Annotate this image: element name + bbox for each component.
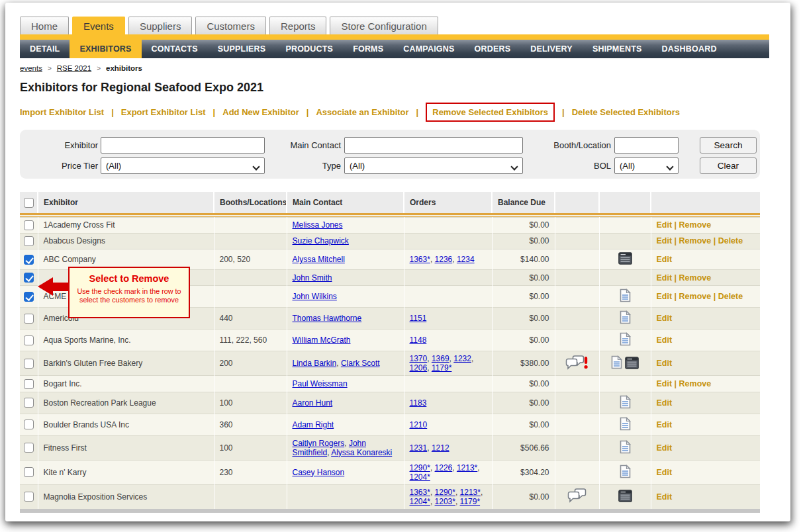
row-checkbox[interactable] [24, 359, 34, 369]
remove-row-action[interactable]: Remove [679, 273, 712, 283]
row-checkbox[interactable] [24, 220, 34, 230]
bol-select[interactable]: (All) [614, 157, 679, 174]
order-link[interactable]: 1203* [435, 497, 455, 506]
edit-row-action[interactable]: Edit [657, 398, 673, 408]
order-link[interactable]: 1363* [410, 255, 430, 264]
subnav-item-contacts[interactable]: CONTACTS [142, 40, 208, 58]
order-link[interactable]: 1204* [410, 497, 430, 506]
form-icon[interactable] [618, 495, 632, 504]
remove-row-action[interactable]: Remove [679, 236, 712, 245]
subnav-item-campaigns[interactable]: CAMPAIGNS [393, 40, 464, 58]
row-checkbox[interactable] [24, 314, 34, 324]
remove-row-action[interactable]: Remove [679, 379, 712, 388]
edit-row-action[interactable]: Edit [657, 468, 673, 477]
contact-link[interactable]: William McGrath [293, 335, 351, 345]
order-link[interactable]: 1183 [410, 398, 427, 408]
chat-icon[interactable] [567, 496, 587, 506]
subnav-item-exhibitors[interactable]: EXHIBITORS [70, 40, 141, 58]
contact-link[interactable]: John Wilkins [293, 292, 337, 301]
order-link[interactable]: 1290* [410, 463, 430, 472]
order-link[interactable]: 1290* [435, 488, 455, 497]
document-icon[interactable] [620, 402, 631, 411]
type-select[interactable]: (All) [344, 157, 523, 174]
contact-link[interactable]: Casey Hanson [293, 468, 345, 477]
edit-row-action[interactable]: Edit [657, 220, 673, 230]
tab-reports[interactable]: Reports [269, 17, 327, 34]
order-link[interactable]: 1234 [457, 255, 475, 264]
edit-row-action[interactable]: Edit [657, 359, 673, 368]
order-link[interactable]: 1179* [460, 497, 480, 506]
order-link[interactable]: 1204* [410, 472, 430, 482]
contact-link[interactable]: Paul Weissman [293, 379, 348, 388]
subnav-item-products[interactable]: PRODUCTS [275, 40, 343, 58]
contact-link[interactable]: Linda Barkin [293, 359, 337, 368]
row-checkbox[interactable] [24, 467, 34, 477]
tab-home[interactable]: Home [20, 17, 69, 34]
row-checkbox[interactable] [24, 236, 34, 246]
edit-row-action[interactable]: Edit [657, 236, 673, 245]
subnav-item-detail[interactable]: DETAIL [20, 40, 70, 58]
tab-events[interactable]: Events [72, 17, 125, 34]
select-all-checkbox[interactable] [24, 198, 34, 208]
booth-location-input[interactable] [614, 137, 679, 154]
order-link[interactable]: 1213* [460, 488, 481, 497]
delete-row-action[interactable]: Delete [718, 292, 743, 301]
subnav-item-shipments[interactable]: SHIPMENTS [583, 40, 652, 58]
subnav-item-dashboard[interactable]: DASHBOARD [652, 40, 727, 58]
order-link[interactable]: 1213* [457, 463, 477, 472]
contact-link[interactable]: Alyssa Mitchell [293, 255, 345, 264]
row-checkbox[interactable] [24, 255, 34, 265]
order-link[interactable]: 1151 [410, 314, 427, 323]
order-link[interactable]: 1148 [410, 335, 427, 345]
order-link[interactable]: 1232 [453, 354, 471, 363]
export-exhibitor-list-link[interactable]: Export Exhibitor List [121, 107, 206, 117]
document-icon[interactable] [620, 447, 631, 456]
edit-row-action[interactable]: Edit [657, 273, 673, 283]
document-icon[interactable] [620, 423, 631, 433]
clear-button[interactable]: Clear [700, 157, 757, 174]
document-icon[interactable] [620, 317, 631, 326]
row-checkbox[interactable] [24, 379, 34, 389]
edit-row-action[interactable]: Edit [657, 335, 673, 345]
subnav-item-orders[interactable]: ORDERS [465, 40, 521, 58]
edit-row-action[interactable]: Edit [657, 492, 673, 502]
search-button[interactable]: Search [700, 137, 757, 154]
exhibitor-input[interactable] [101, 137, 265, 154]
tab-suppliers[interactable]: Suppliers [128, 17, 193, 34]
contact-link[interactable]: Clark Scott [341, 359, 380, 368]
remove-row-action[interactable]: Remove [679, 292, 712, 301]
contact-link[interactable]: Caitlyn Rogers [293, 439, 345, 448]
contact-link[interactable]: Aaron Hunt [293, 398, 333, 408]
order-link[interactable]: 1370 [410, 354, 428, 363]
import-exhibitor-list-link[interactable]: Import Exhibitor List [20, 107, 104, 117]
document-icon[interactable] [620, 295, 631, 304]
order-link[interactable]: 1236 [435, 255, 453, 264]
edit-row-action[interactable]: Edit [657, 443, 673, 453]
order-link[interactable]: 1369 [432, 354, 449, 363]
form-icon[interactable] [625, 362, 639, 371]
tab-store-configuration[interactable]: Store Configuration [330, 17, 438, 34]
price-tier-select[interactable]: (All) [101, 157, 265, 174]
remove-selected-exhibitors-link[interactable]: Remove Selected Exhibitors [432, 107, 548, 117]
row-checkbox[interactable] [24, 492, 34, 502]
edit-row-action[interactable]: Edit [657, 420, 673, 429]
order-link[interactable]: 1210 [410, 420, 428, 429]
contact-link[interactable]: Alyssa Konareski [331, 448, 392, 457]
edit-row-action[interactable]: Edit [657, 314, 673, 323]
associate-an-exhibitor-link[interactable]: Associate an Exhibitor [316, 107, 408, 117]
row-checkbox[interactable] [24, 398, 34, 408]
subnav-item-delivery[interactable]: DELIVERY [520, 40, 583, 58]
row-checkbox[interactable] [24, 443, 34, 453]
order-link[interactable]: 1363* [410, 488, 430, 497]
edit-row-action[interactable]: Edit [657, 379, 673, 388]
order-link[interactable]: 1179* [432, 363, 451, 373]
order-link[interactable]: 1231 [410, 443, 428, 453]
contact-link[interactable]: John Smith [293, 273, 332, 283]
edit-row-action[interactable]: Edit [657, 255, 673, 264]
delete-row-action[interactable]: Delete [718, 236, 743, 245]
form-icon[interactable] [618, 257, 632, 267]
tab-customers[interactable]: Customers [195, 17, 266, 34]
table-bottom-scrollbar[interactable] [20, 509, 760, 513]
row-checkbox[interactable] [24, 420, 34, 429]
breadcrumb-rse-2021[interactable]: RSE 2021 [57, 64, 91, 72]
